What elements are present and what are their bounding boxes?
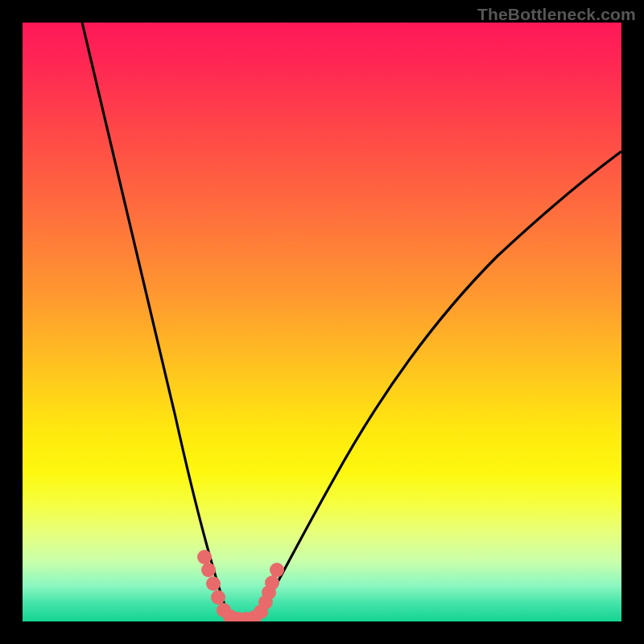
chart-frame: TheBottleneck.com xyxy=(0,0,644,644)
svg-point-2 xyxy=(206,576,221,591)
curve-right xyxy=(256,151,621,621)
svg-point-3 xyxy=(211,590,225,605)
dotted-u xyxy=(197,550,284,621)
svg-point-12 xyxy=(265,576,279,590)
svg-point-13 xyxy=(270,563,284,577)
curve-overlay xyxy=(23,23,621,621)
curve-left xyxy=(82,23,232,621)
svg-point-0 xyxy=(197,550,212,564)
watermark-text: TheBottleneck.com xyxy=(477,5,636,24)
svg-point-1 xyxy=(201,563,216,577)
plot-area xyxy=(23,23,621,621)
